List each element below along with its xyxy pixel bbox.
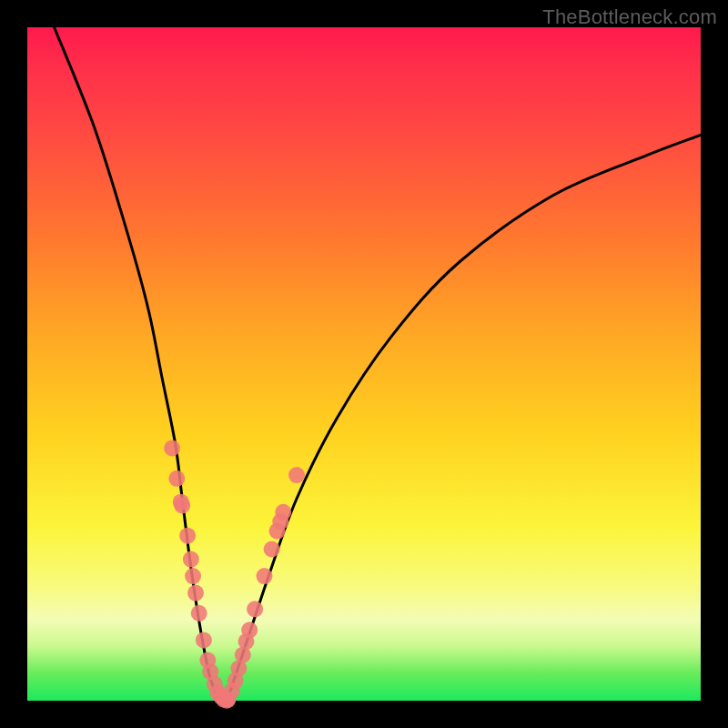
watermark-text: TheBottleneck.com — [542, 5, 717, 29]
data-point — [179, 528, 196, 544]
data-point — [196, 632, 212, 648]
data-point — [187, 585, 204, 602]
curve-layer — [55, 27, 701, 701]
data-point — [191, 605, 207, 622]
data-point — [183, 551, 199, 568]
data-point — [275, 504, 291, 521]
data-point — [241, 622, 258, 638]
data-point — [185, 568, 201, 584]
data-point — [247, 601, 263, 617]
data-point — [288, 467, 305, 483]
dots-layer — [164, 440, 305, 709]
data-point — [164, 440, 180, 457]
chart-frame: TheBottleneck.com — [0, 0, 728, 728]
data-point — [256, 568, 272, 584]
data-point — [174, 497, 190, 513]
data-point — [264, 541, 280, 558]
curve-right-curve — [226, 135, 701, 701]
data-point — [168, 470, 185, 487]
chart-svg — [27, 27, 701, 701]
